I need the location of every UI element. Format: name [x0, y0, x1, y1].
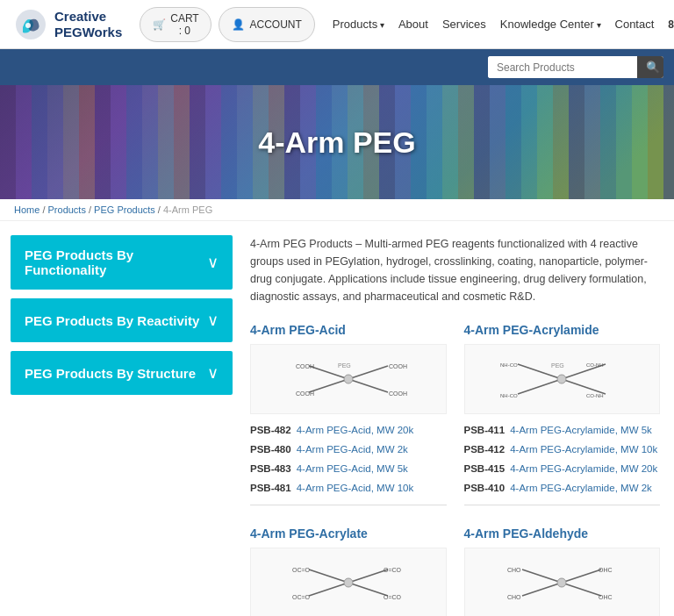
svg-line-23: [348, 569, 388, 583]
svg-text:O=CO: O=CO: [384, 567, 402, 573]
product-acid-list: PSB-482 4-Arm PEG-Acid, MW 20k PSB-480 4…: [250, 421, 447, 498]
svg-line-25: [348, 583, 388, 596]
svg-text:NH-CO: NH-CO: [500, 362, 518, 368]
logo[interactable]: Creative PEGWorks: [14, 8, 122, 41]
svg-point-1: [25, 23, 31, 28]
cart-icon: 🛒: [153, 18, 166, 31]
chevron-down-icon: ∨: [207, 311, 219, 330]
list-item: PSB-415 4-Arm PEG-Acrylamide, MW 20k: [464, 460, 661, 479]
svg-point-6: [344, 375, 353, 383]
breadcrumb-products[interactable]: Products: [48, 204, 86, 215]
svg-text:PEG: PEG: [338, 362, 351, 369]
molecule-aldehyde-img: CHO OHC CHO OHC: [464, 548, 661, 616]
svg-line-22: [309, 569, 348, 583]
svg-text:OHC: OHC: [599, 567, 613, 573]
svg-line-14: [518, 379, 562, 394]
svg-text:OC=O: OC=O: [292, 567, 311, 573]
svg-line-5: [348, 379, 388, 392]
list-item: PSB-412 4-Arm PEG-Acrylamide, MW 10k: [464, 441, 661, 460]
svg-text:CO-NH: CO-NH: [586, 393, 604, 398]
svg-point-26: [344, 578, 353, 587]
hero-title: 4-Arm PEG: [258, 125, 416, 160]
chevron-down-icon: ∨: [207, 363, 219, 383]
nav-about[interactable]: About: [398, 18, 428, 31]
svg-point-35: [557, 578, 566, 587]
molecule-acrylamide-svg: NH-CO CO-NH NH-CO CO-NH PEG: [491, 348, 632, 410]
search-button[interactable]: 🔍: [637, 56, 663, 78]
category-acrylamide-title: 4-Arm PEG-Acrylamide: [464, 323, 661, 337]
logo-text: Creative PEGWorks: [54, 9, 122, 40]
category-acrylate: 4-Arm PEG-Acrylate OC=O O=CO OC=O O=CO: [250, 526, 447, 616]
list-item: PSB-481 4-Arm PEG-Acid, MW 10k: [250, 479, 447, 498]
svg-line-15: [562, 379, 606, 394]
list-item: PSB-410 4-Arm PEG-Acrylamide, MW 2k: [464, 479, 661, 498]
svg-text:PEG: PEG: [551, 362, 564, 369]
svg-text:COOH: COOH: [296, 363, 314, 369]
chevron-down-icon: ∨: [207, 253, 219, 272]
molecule-acrylate-img: OC=O O=CO OC=O O=CO: [250, 548, 447, 616]
product-acrylamide-list: PSB-411 4-Arm PEG-Acrylamide, MW 5k PSB-…: [464, 421, 661, 498]
product-intro: 4-Arm PEG Products – Multi-armed PEG rea…: [250, 235, 660, 305]
site-header: Creative PEGWorks 🛒 CART : 0 👤 ACCOUNT P…: [0, 0, 674, 49]
svg-text:OHC: OHC: [599, 594, 613, 600]
nav-products[interactable]: Products: [333, 18, 384, 31]
header-action-buttons: 🛒 CART : 0 👤 ACCOUNT: [140, 7, 315, 42]
svg-point-16: [557, 375, 566, 383]
svg-text:CHO: CHO: [507, 567, 521, 573]
molecule-acrylamide-img: NH-CO CO-NH NH-CO CO-NH PEG: [464, 344, 661, 414]
svg-text:O=CO: O=CO: [384, 594, 402, 600]
svg-text:NH-CO: NH-CO: [500, 393, 518, 398]
search-bar-area: 🔍: [0, 49, 674, 85]
category-divider: [464, 505, 661, 505]
sidebar-item-functionality[interactable]: PEG Products By Functionality ∨: [11, 235, 233, 290]
svg-text:OC=O: OC=O: [292, 594, 311, 600]
list-item: PSB-411 4-Arm PEG-Acrylamide, MW 5k: [464, 421, 661, 441]
list-item: PSB-482 4-Arm PEG-Acid, MW 20k: [250, 421, 447, 441]
category-aldehyde: 4-Arm PEG-Aldehyde CHO OHC CHO OHC: [464, 526, 661, 616]
cart-button[interactable]: 🛒 CART : 0: [140, 7, 212, 42]
breadcrumb: Home / Products / PEG Products / 4-Arm P…: [0, 199, 674, 221]
sidebar-item-reactivity[interactable]: PEG Products By Reactivity ∨: [11, 298, 233, 342]
search-wrap: 🔍: [488, 56, 663, 78]
sidebar-item-structure[interactable]: PEG Products By Structure ∨: [11, 351, 233, 395]
svg-text:COOH: COOH: [389, 363, 407, 369]
sidebar: PEG Products By Functionality ∨ PEG Prod…: [0, 221, 233, 616]
svg-line-4: [309, 379, 348, 392]
svg-line-33: [522, 583, 562, 596]
product-content: 4-Arm PEG Products – Multi-armed PEG rea…: [233, 221, 674, 616]
account-button[interactable]: 👤 ACCOUNT: [219, 7, 314, 42]
nav-services[interactable]: Services: [442, 18, 486, 31]
svg-text:CHO: CHO: [507, 594, 521, 600]
category-acrylamide: 4-Arm PEG-Acrylamide NH-CO CO-NH NH-CO C…: [464, 323, 661, 505]
svg-text:COOH: COOH: [389, 390, 407, 397]
breadcrumb-peg-products[interactable]: PEG Products: [94, 204, 155, 215]
nav-knowledge[interactable]: Knowledge Center: [500, 18, 601, 31]
molecule-acrylate-svg: OC=O O=CO OC=O O=CO: [278, 552, 419, 613]
svg-line-31: [522, 569, 562, 583]
svg-text:COOH: COOH: [296, 390, 314, 397]
list-item: PSB-480 4-Arm PEG-Acid, MW 2k: [250, 441, 447, 460]
search-input[interactable]: [488, 56, 637, 78]
svg-text:CO-NH: CO-NH: [586, 362, 604, 368]
svg-line-3: [348, 366, 388, 379]
molecule-acid-img: COOH COOH COOH COOH PEG: [250, 344, 447, 414]
category-divider: [250, 505, 447, 505]
logo-icon: [14, 8, 47, 41]
breadcrumb-current: 4-Arm PEG: [163, 204, 212, 215]
main-content: PEG Products By Functionality ∨ PEG Prod…: [0, 221, 674, 616]
hero-banner: 4-Arm PEG: [0, 85, 674, 199]
svg-line-34: [562, 583, 601, 596]
product-grid: 4-Arm PEG-Acid COOH COOH COOH COOH PEG: [250, 323, 660, 616]
category-aldehyde-title: 4-Arm PEG-Aldehyde: [464, 526, 661, 541]
main-nav: Products About Services Knowledge Center…: [333, 18, 674, 31]
molecule-acid-svg: COOH COOH COOH COOH PEG: [278, 348, 419, 410]
nav-contact[interactable]: Contact: [615, 18, 655, 31]
list-item: PSB-483 4-Arm PEG-Acid, MW 5k: [250, 460, 447, 479]
svg-line-24: [309, 583, 348, 596]
category-acid: 4-Arm PEG-Acid COOH COOH COOH COOH PEG: [250, 323, 447, 505]
nav-phone: 833-PEGWORK: [668, 18, 674, 31]
svg-line-32: [562, 569, 601, 583]
category-acrylate-title: 4-Arm PEG-Acrylate: [250, 526, 447, 541]
category-acid-title: 4-Arm PEG-Acid: [250, 323, 447, 337]
breadcrumb-home[interactable]: Home: [14, 204, 39, 215]
